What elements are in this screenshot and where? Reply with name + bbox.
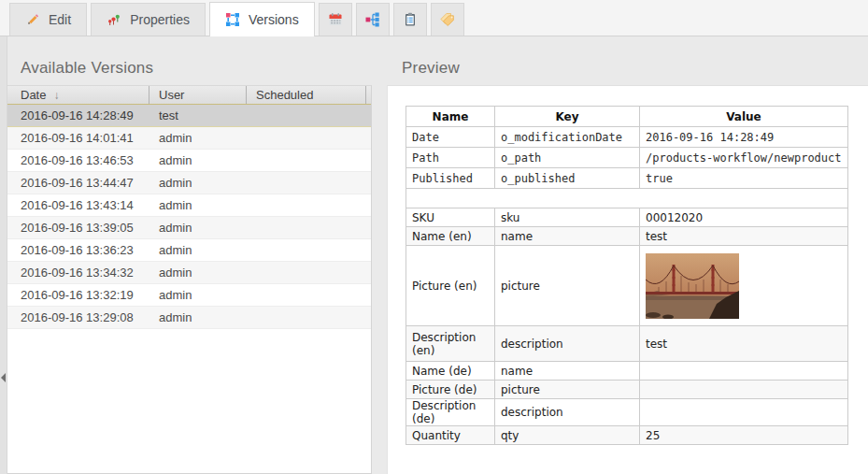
column-header-user[interactable]: User	[149, 86, 247, 104]
version-row[interactable]: 2016-09-16 13:39:05admin	[7, 217, 371, 239]
preview-data-row: Description (en)descriptiontest	[406, 326, 848, 362]
tab-edit[interactable]: Edit	[9, 3, 87, 36]
preview-key-cell: qty	[495, 426, 640, 445]
properties-pins-icon	[107, 12, 121, 27]
version-row[interactable]: 2016-09-16 14:28:49test	[7, 105, 371, 127]
version-scheduled-cell	[247, 105, 371, 126]
version-user-cell: test	[149, 105, 247, 126]
preview-value-cell: test	[640, 227, 848, 246]
column-header-scheduled[interactable]: Scheduled	[247, 86, 366, 104]
clipboard-icon	[403, 12, 418, 27]
version-scheduled-cell	[247, 307, 371, 328]
version-user-cell: admin	[149, 194, 247, 216]
version-user-cell: admin	[149, 150, 247, 171]
version-user-cell: admin	[149, 127, 247, 149]
preview-data-row: Dateo_modificationDate2016-09-16 14:28:4…	[406, 127, 848, 148]
preview-name-cell: SKU	[406, 208, 495, 227]
versions-grid-body: 2016-09-16 14:28:49test2016-09-16 14:01:…	[7, 105, 371, 329]
preview-value-cell: true	[640, 168, 848, 189]
preview-name-cell: Name (de)	[406, 362, 495, 381]
preview-col-value: Value	[640, 107, 848, 127]
tab-properties[interactable]: Properties	[91, 3, 206, 36]
preview-name-cell: Picture (en)	[406, 246, 495, 326]
version-row[interactable]: 2016-09-16 13:36:23admin	[7, 239, 371, 262]
preview-key-cell: sku	[495, 208, 640, 227]
preview-panel: Preview Name Key Value Dateo_modificatio…	[383, 36, 868, 474]
preview-data-row: Name (en)nametest	[406, 227, 848, 246]
preview-table-header-row: Name Key Value	[406, 107, 848, 127]
preview-key-cell: description	[495, 326, 640, 362]
preview-key-cell: o_path	[495, 148, 640, 168]
preview-name-cell: Published	[406, 168, 495, 189]
version-row[interactable]: 2016-09-16 13:44:47admin	[7, 172, 371, 194]
version-scheduled-cell	[247, 194, 371, 216]
golden-gate-bridge-photo	[646, 251, 842, 321]
dependencies-tree-icon	[365, 12, 380, 27]
version-date-cell: 2016-09-16 13:43:14	[7, 194, 149, 216]
version-user-cell: admin	[149, 172, 247, 194]
preview-data-row: SKUsku00012020	[406, 208, 848, 227]
preview-data-row: Patho_path/products-workflow/newproduct	[406, 148, 848, 168]
preview-key-cell: picture	[495, 246, 640, 326]
preview-name-cell: Description (en)	[406, 326, 495, 362]
version-row[interactable]: 2016-09-16 13:46:53admin	[7, 150, 371, 172]
tab-notes[interactable]	[393, 3, 427, 36]
version-user-cell: admin	[149, 284, 247, 306]
version-scheduled-cell	[247, 239, 371, 261]
version-user-cell: admin	[149, 262, 247, 283]
collapse-left-arrow-icon[interactable]	[1, 373, 6, 382]
version-date-cell: 2016-09-16 13:39:05	[7, 217, 149, 238]
tab-dependencies[interactable]	[356, 3, 390, 36]
version-row[interactable]: 2016-09-16 14:01:41admin	[7, 127, 371, 150]
version-user-cell: admin	[149, 307, 247, 328]
preview-data-row: Quantityqty25	[406, 426, 848, 445]
preview-value-cell: /products-workflow/newproduct	[640, 148, 848, 168]
preview-name-cell: Quantity	[406, 426, 495, 445]
version-row[interactable]: 2016-09-16 13:32:19admin	[7, 284, 371, 307]
version-row[interactable]: 2016-09-16 13:34:32admin	[7, 262, 371, 284]
version-date-cell: 2016-09-16 14:28:49	[7, 105, 149, 126]
preview-value-cell	[640, 362, 848, 381]
preview-name-cell: Path	[406, 148, 495, 168]
version-user-cell: admin	[149, 239, 247, 261]
tab-tags[interactable]	[431, 3, 464, 36]
version-date-cell: 2016-09-16 13:36:23	[7, 239, 149, 261]
preview-name-cell: Name (en)	[406, 227, 495, 246]
version-date-cell: 2016-09-16 13:46:53	[7, 150, 149, 171]
preview-data-row: Name (de)name	[406, 362, 848, 381]
preview-name-cell: Date	[406, 127, 495, 148]
versions-grid: Date ↓ User Scheduled 2016-09-16 14:28:4…	[7, 85, 372, 474]
version-row[interactable]: 2016-09-16 13:29:08admin	[7, 307, 371, 329]
version-date-cell: 2016-09-16 13:29:08	[7, 307, 149, 328]
version-scheduled-cell	[247, 172, 371, 194]
preview-data-row: Picture (de)picture	[406, 381, 848, 399]
version-scheduled-cell	[247, 284, 371, 306]
version-scheduled-cell	[247, 262, 371, 283]
left-region-splitter[interactable]	[0, 36, 7, 474]
preview-data-row: Publishedo_publishedtrue	[406, 168, 848, 189]
available-versions-title: Available Versions	[21, 59, 153, 78]
preview-value-cell	[640, 399, 848, 426]
version-row[interactable]: 2016-09-16 13:43:14admin	[7, 194, 371, 217]
tab-properties-label: Properties	[130, 12, 190, 27]
version-date-cell: 2016-09-16 13:34:32	[7, 262, 149, 283]
versions-grid-header: Date ↓ User Scheduled	[7, 86, 371, 105]
preview-title: Preview	[402, 59, 460, 78]
toolbar-tabbar: Edit Properties Versions	[0, 0, 868, 36]
tab-schedule[interactable]	[319, 3, 352, 36]
preview-key-cell: picture	[495, 381, 640, 399]
preview-name-cell: Description (de)	[406, 399, 495, 426]
preview-key-cell: o_modificationDate	[495, 127, 640, 148]
preview-value-cell: 00012020	[640, 208, 848, 227]
tab-edit-label: Edit	[49, 12, 71, 27]
preview-key-cell: name	[495, 362, 640, 381]
version-date-cell: 2016-09-16 14:01:41	[7, 127, 149, 149]
preview-spacer-row	[406, 189, 848, 208]
column-header-date[interactable]: Date ↓	[7, 86, 149, 104]
version-date-cell: 2016-09-16 13:44:47	[7, 172, 149, 194]
preview-key-cell: description	[495, 399, 640, 426]
preview-data-row: Description (de)description	[406, 399, 848, 426]
version-scheduled-cell	[247, 150, 371, 171]
sort-desc-arrow-icon: ↓	[53, 90, 59, 101]
tab-versions[interactable]: Versions	[209, 2, 315, 36]
